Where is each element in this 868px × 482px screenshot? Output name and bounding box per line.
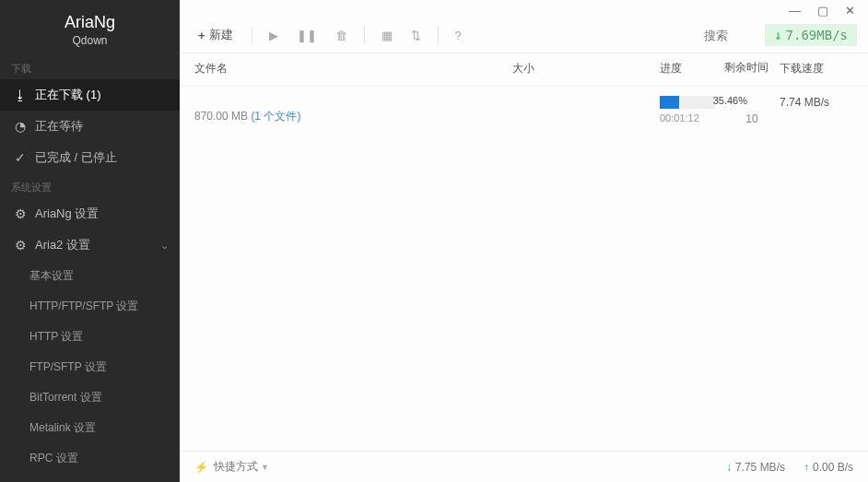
progress-bar: 35.46% [660, 96, 715, 109]
arrow-down-icon: ↓ [726, 461, 732, 474]
start-button[interactable]: ▶ [264, 25, 284, 46]
col-header-remaining[interactable]: 剩余时间 [724, 61, 780, 76]
sort-button[interactable]: ⇅ [405, 25, 427, 46]
sidebar-item-label: 基本设置 [29, 268, 74, 284]
brand-title: AriaNg [0, 13, 180, 32]
new-button[interactable]: + 新建 [191, 23, 240, 47]
sidebar-item-label: Aria2 设置 [35, 237, 90, 253]
window-controls: — ▢ ✕ [180, 0, 868, 18]
global-speed-box[interactable]: ↓ 7.69MB/s [765, 24, 857, 46]
col-header-speed[interactable]: 下载速度 [780, 61, 853, 76]
divider [252, 27, 252, 43]
global-speed-value: 7.69MB/s [786, 28, 848, 42]
sidebar-item-finished[interactable]: ✓ 已完成 / 已停止 [0, 142, 180, 173]
delete-button[interactable]: 🗑 [330, 25, 353, 46]
remaining-count: 10 [724, 112, 780, 125]
sidebar-sub-http[interactable]: HTTP 设置 [0, 322, 180, 352]
row-progress-cell: 35.46% 00:01:12 [660, 96, 724, 123]
new-button-label: 新建 [209, 27, 233, 43]
sort-icon: ⇅ [411, 29, 421, 42]
sidebar: AriaNg Qdown 下载 ⭳ 正在下载 (1) ◔ 正在等待 ✓ 已完成 … [0, 0, 180, 482]
progress-fill [660, 96, 679, 109]
gears-icon: ⚙ [13, 238, 28, 253]
sidebar-sub-metalink[interactable]: Metalink 设置 [0, 413, 180, 443]
sidebar-sub-ftp-sftp[interactable]: FTP/SFTP 设置 [0, 352, 180, 382]
footer-download-speed: ↓ 7.75 MB/s [726, 461, 785, 474]
brand: AriaNg Qdown [0, 0, 180, 54]
maximize-button[interactable]: ▢ [814, 4, 832, 18]
col-header-name[interactable]: 文件名 [194, 61, 512, 76]
gear-icon: ⚙ [13, 206, 28, 221]
grid-icon: ▦ [381, 29, 393, 42]
search-input[interactable] [704, 29, 757, 42]
sidebar-item-label: AriaNg 设置 [35, 206, 99, 222]
view-grid-button[interactable]: ▦ [376, 25, 398, 46]
sidebar-sub-advanced[interactable]: 高级设置 [0, 474, 180, 482]
table-row[interactable]: 870.00 MB (1 个文件) 35.46% 00:01:12 10 7.7… [180, 87, 868, 133]
row-filesize: 870.00 MB [194, 110, 251, 123]
help-icon: ? [455, 29, 462, 42]
chevron-down-icon: ⌄ [160, 240, 169, 252]
plus-icon: + [198, 29, 205, 42]
sidebar-sub-bittorrent[interactable]: BitTorrent 设置 [0, 382, 180, 413]
sidebar-sub-rpc[interactable]: RPC 设置 [0, 443, 180, 474]
row-filecount: (1 个文件) [251, 110, 300, 123]
sidebar-item-aria2-settings[interactable]: ⚙ Aria2 设置 ⌄ [0, 229, 180, 261]
sidebar-sub-http-ftp-sftp[interactable]: HTTP/FTP/SFTP 设置 [0, 291, 180, 322]
close-button[interactable]: ✕ [841, 4, 859, 18]
table-header: 文件名 大小 进度 剩余时间 下载速度 [180, 53, 868, 87]
sidebar-item-ariang-settings[interactable]: ⚙ AriaNg 设置 [0, 198, 180, 229]
play-icon: ▶ [269, 29, 278, 42]
section-system-label: 系统设置 [0, 173, 180, 198]
main-panel: — ▢ ✕ + 新建 ▶ ❚❚ 🗑 ▦ ⇅ ? ↓ 7.69MB/s 文件名 大… [180, 0, 868, 482]
sidebar-item-label: HTTP/FTP/SFTP 设置 [29, 299, 138, 314]
progress-percent: 35.46% [713, 95, 747, 106]
check-icon: ✓ [13, 150, 28, 165]
sidebar-item-downloading[interactable]: ⭳ 正在下载 (1) [0, 79, 180, 111]
footer-up-value: 0.00 B/s [813, 461, 853, 474]
brand-subtitle: Qdown [0, 34, 180, 47]
row-filename: 870.00 MB (1 个文件) [194, 96, 512, 124]
arrow-up-icon: ↑ [803, 461, 809, 474]
footer-quick-label[interactable]: 快捷方式 [214, 459, 258, 475]
pause-button[interactable]: ❚❚ [291, 25, 323, 46]
sidebar-item-label: 已完成 / 已停止 [35, 149, 117, 166]
section-downloads-label: 下载 [0, 54, 180, 79]
sidebar-item-label: Metalink 设置 [29, 420, 96, 436]
sidebar-item-label: BitTorrent 设置 [29, 390, 102, 406]
col-header-size[interactable]: 大小 [512, 61, 660, 76]
sidebar-item-label: RPC 设置 [29, 451, 78, 466]
help-button[interactable]: ? [450, 25, 467, 46]
sidebar-sub-basic[interactable]: 基本设置 [0, 261, 180, 291]
sidebar-item-label: 正在下载 (1) [35, 87, 101, 103]
sidebar-item-label: HTTP 设置 [29, 329, 83, 345]
lightning-icon: ⚡ [194, 461, 208, 474]
footer-down-value: 7.75 MB/s [735, 461, 785, 474]
col-header-progress[interactable]: 进度 [660, 61, 724, 76]
row-speed-cell: 7.74 MB/s [780, 96, 853, 109]
download-icon: ⭳ [13, 88, 28, 102]
sidebar-item-label: FTP/SFTP 设置 [29, 359, 107, 375]
pause-icon: ❚❚ [297, 29, 317, 42]
minimize-button[interactable]: — [785, 4, 804, 18]
sidebar-item-waiting[interactable]: ◔ 正在等待 [0, 111, 180, 142]
footer-upload-speed: ↑ 0.00 B/s [803, 461, 853, 474]
trash-icon: 🗑 [335, 29, 347, 42]
arrow-down-icon: ↓ [774, 28, 781, 42]
toolbar: + 新建 ▶ ❚❚ 🗑 ▦ ⇅ ? ↓ 7.69MB/s [180, 18, 868, 53]
footer: ⚡ 快捷方式 ▼ ↓ 7.75 MB/s ↑ 0.00 B/s [180, 451, 868, 482]
divider [364, 27, 365, 43]
divider [438, 27, 439, 43]
clock-icon: ◔ [13, 119, 28, 134]
progress-eta: 00:01:12 [660, 112, 724, 123]
sidebar-item-label: 正在等待 [35, 118, 83, 135]
caret-down-icon: ▼ [261, 463, 269, 472]
